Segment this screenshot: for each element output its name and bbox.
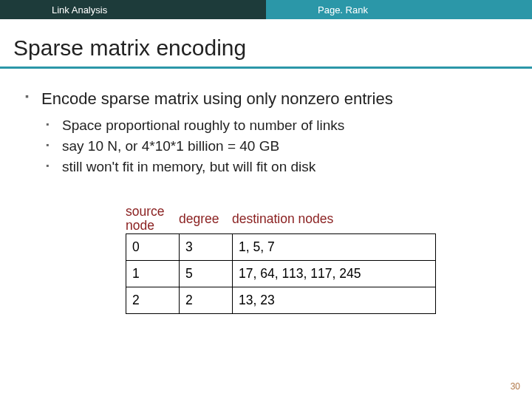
bullet-level2: Space proportional roughly to number of … <box>46 116 507 137</box>
table-row: 0 3 1, 5, 7 <box>126 233 436 260</box>
header-left-section: Link Analysis <box>0 0 266 19</box>
sparse-matrix-table: source node degree destination nodes 0 3… <box>126 205 436 314</box>
table-header-row: source node degree destination nodes <box>126 205 436 233</box>
cell-degree: 5 <box>180 260 233 287</box>
title-rule <box>0 66 532 69</box>
bullet-list: Encode sparse matrix using only nonzero … <box>0 79 532 178</box>
header-left-text: Link Analysis <box>52 4 107 16</box>
header-right-section: Page. Rank <box>266 0 532 19</box>
cell-degree: 3 <box>180 233 233 260</box>
col-header-source: source node <box>126 205 179 233</box>
slide-title: Sparse matrix encoding <box>0 19 532 66</box>
data-table: 0 3 1, 5, 7 1 5 17, 64, 113, 117, 245 2 … <box>126 233 436 314</box>
cell-degree: 2 <box>180 287 233 313</box>
table-row: 2 2 13, 23 <box>126 287 436 313</box>
cell-dest: 17, 64, 113, 117, 245 <box>233 260 436 287</box>
slide-number: 30 <box>511 381 520 392</box>
col-header-degree: degree <box>179 205 232 233</box>
bullet-level2: say 10 N, or 4*10*1 billion = 40 GB <box>46 137 507 157</box>
header-right-text: Page. Rank <box>318 4 368 16</box>
table-row: 1 5 17, 64, 113, 117, 245 <box>126 260 436 287</box>
cell-dest: 13, 23 <box>233 287 436 313</box>
col-header-dest: destination nodes <box>232 205 436 233</box>
cell-source: 0 <box>126 233 180 260</box>
slide-header: Link Analysis Page. Rank <box>0 0 532 19</box>
cell-source: 2 <box>126 287 180 313</box>
cell-source: 1 <box>126 260 180 287</box>
bullet-level2: still won't fit in memory, but will fit … <box>46 157 507 178</box>
cell-dest: 1, 5, 7 <box>233 233 436 260</box>
bullet-level1: Encode sparse matrix using only nonzero … <box>25 86 507 116</box>
